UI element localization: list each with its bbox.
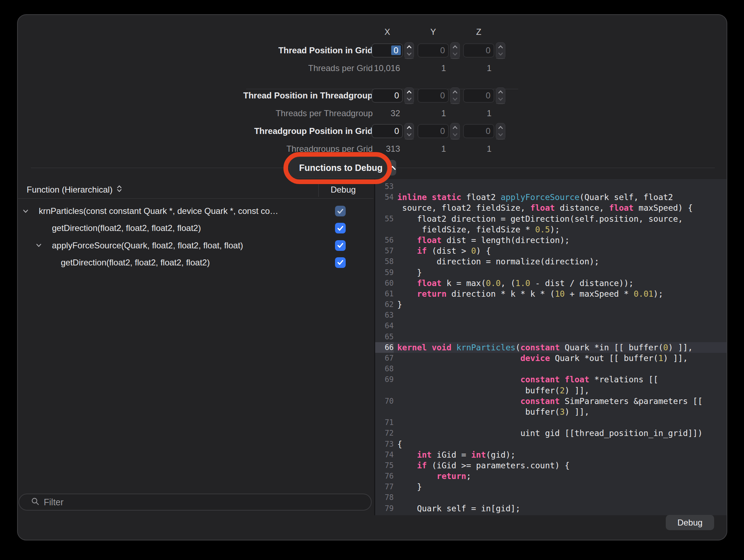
stepper-down-icon[interactable] xyxy=(451,50,459,59)
function-label: krnParticles(const constant Quark *, dev… xyxy=(39,203,278,220)
threadgroup-position-in-grid-y-input[interactable]: 0 xyxy=(418,124,449,138)
stepper-down-icon[interactable] xyxy=(405,50,414,59)
stepper-up-icon[interactable] xyxy=(451,88,459,96)
function-tree-row[interactable]: applyForceSource(Quark, float2, float2, … xyxy=(18,237,373,254)
stepper-down-icon[interactable] xyxy=(405,131,414,139)
stepper-up-icon[interactable] xyxy=(451,43,459,50)
form-row-threads-per-threadgroup: Threads per Threadgroup3211 xyxy=(18,106,727,120)
debug-checkbox[interactable] xyxy=(335,240,346,251)
code-line: 66kernel void krnParticles(constant Quar… xyxy=(375,342,727,353)
threadgroup-position-in-grid-y-stepper[interactable] xyxy=(450,123,460,140)
line-number: 58 xyxy=(375,256,394,267)
function-column-header[interactable]: Function (Hierarchical) xyxy=(27,183,122,196)
line-number: 79 xyxy=(375,503,394,514)
stepper-down-icon[interactable] xyxy=(451,96,459,104)
disclosure-triangle-icon[interactable] xyxy=(36,237,42,254)
threadgroup-position-in-grid-z-input[interactable]: 0 xyxy=(463,124,494,138)
code-editor[interactable]: 5354inline static float2 applyForceSourc… xyxy=(374,179,727,515)
code-text: fieldSize, fieldSize * 0.5); xyxy=(397,224,560,235)
function-tree-row[interactable]: getDirection(float2, float2, float2, flo… xyxy=(18,220,373,237)
threads-per-threadgroup-z-value: 1 xyxy=(463,106,494,120)
code-text: constant SimParameters &parameters [[ xyxy=(397,396,703,406)
threads-per-threadgroup-y-value: 1 xyxy=(418,106,449,120)
code-line: 71 xyxy=(375,417,727,428)
stepper-up-icon[interactable] xyxy=(496,88,505,96)
line-number: 53 xyxy=(375,181,394,192)
threadgroup-position-in-grid-x-stepper[interactable] xyxy=(404,123,414,140)
thread-position-in-grid-x-input[interactable]: 0 xyxy=(372,43,403,58)
code-text: { xyxy=(397,439,402,449)
line-number: 62 xyxy=(375,299,394,310)
thread-position-in-threadgroup-y-stepper[interactable] xyxy=(450,87,460,104)
stepper-down-icon[interactable] xyxy=(496,50,505,59)
code-line: 56 float dist = length(direction); xyxy=(375,235,727,246)
threadgroup-position-in-grid-x-input[interactable]: 0 xyxy=(372,124,403,138)
filter-field[interactable]: Filter xyxy=(18,494,372,511)
form-label: Threads per Grid xyxy=(308,61,373,75)
debug-checkbox[interactable] xyxy=(335,206,346,216)
stepper-up-icon[interactable] xyxy=(496,123,505,131)
code-line: 68 xyxy=(375,364,727,374)
threads-per-grid-x-value: 10,016 xyxy=(372,61,403,75)
form-row-threadgroups-per-grid: Threadgroups per Grid31311 xyxy=(18,142,727,156)
line-number: 55 xyxy=(375,214,394,224)
code-text: Quark self = in[gid]; xyxy=(397,503,520,514)
code-line: 72 uint gid [[thread_position_in_grid]]) xyxy=(375,428,727,438)
stepper-down-icon[interactable] xyxy=(496,131,505,139)
code-text: source, float2 fieldSize, float distance… xyxy=(397,203,693,213)
thread-position-in-threadgroup-x-input[interactable]: 0 xyxy=(372,88,403,103)
functions-to-debug-disclosure[interactable]: Functions to Debug xyxy=(289,157,387,178)
debug-checkbox[interactable] xyxy=(335,257,346,268)
code-line: 63 xyxy=(375,310,727,321)
form-label: Threads per Threadgroup xyxy=(276,106,373,120)
line-number: 70 xyxy=(375,396,394,406)
thread-position-in-threadgroup-y-input[interactable]: 0 xyxy=(418,88,449,103)
thread-position-in-threadgroup-x-stepper[interactable] xyxy=(404,87,414,104)
stepper-up-icon[interactable] xyxy=(405,43,414,50)
stepper-up-icon[interactable] xyxy=(405,88,414,96)
thread-position-in-grid-y-input[interactable]: 0 xyxy=(418,43,449,58)
debug-checkbox[interactable] xyxy=(335,223,346,233)
code-text: return; xyxy=(397,471,471,481)
functions-to-debug-label: Functions to Debug xyxy=(299,163,383,173)
table-header-underline xyxy=(18,198,373,199)
line-number: 57 xyxy=(375,246,394,256)
stepper-up-icon[interactable] xyxy=(451,123,459,131)
axis-header-y: Y xyxy=(418,27,449,37)
code-text: device Quark *out [[ buffer(1) ]], xyxy=(397,353,688,364)
function-tree-row[interactable]: getDirection(float2, float2, float2, flo… xyxy=(18,254,373,271)
thread-position-in-grid-x-stepper[interactable] xyxy=(404,42,414,59)
threadgroups-per-grid-y-value: 1 xyxy=(418,142,449,156)
code-line: 69 constant float *relations [[ xyxy=(375,374,727,385)
code-line: 54inline static float2 applyForceSource(… xyxy=(375,192,727,203)
line-number: 63 xyxy=(375,310,394,321)
stepper-down-icon[interactable] xyxy=(496,96,505,104)
code-line: 65 xyxy=(375,332,727,342)
stepper-down-icon[interactable] xyxy=(405,96,414,104)
thread-position-in-grid-y-stepper[interactable] xyxy=(450,42,460,59)
line-number xyxy=(375,385,394,396)
thread-position-in-grid-z-input[interactable]: 0 xyxy=(463,43,494,58)
code-text: if (iGid >= parameters.count) { xyxy=(397,460,570,471)
thread-position-in-grid-z-stepper[interactable] xyxy=(496,42,505,59)
line-number: 74 xyxy=(375,449,394,460)
stepper-up-icon[interactable] xyxy=(496,43,505,50)
thread-position-in-threadgroup-z-input[interactable]: 0 xyxy=(463,88,494,103)
threadgroup-position-in-grid-z-stepper[interactable] xyxy=(496,123,505,140)
function-label: applyForceSource(Quark, float2, float2, … xyxy=(52,237,243,254)
stepper-down-icon[interactable] xyxy=(451,131,459,139)
code-line: 58 direction = normalize(direction); xyxy=(375,256,727,267)
code-line: source, float2 fieldSize, float distance… xyxy=(375,203,727,213)
code-line: 73{ xyxy=(375,439,727,449)
debug-button[interactable]: Debug xyxy=(666,515,714,530)
function-tree-row[interactable]: krnParticles(const constant Quark *, dev… xyxy=(18,203,373,220)
line-number: 64 xyxy=(375,321,394,331)
code-text: float2 direction = getDirection(self.pos… xyxy=(397,214,683,224)
disclosure-triangle-icon[interactable] xyxy=(23,203,28,220)
thread-position-in-threadgroup-z-stepper[interactable] xyxy=(496,87,505,104)
code-line: 79 Quark self = in[gid]; xyxy=(375,503,727,514)
line-number: 54 xyxy=(375,192,394,203)
chevron-up-icon[interactable] xyxy=(388,160,396,176)
stepper-up-icon[interactable] xyxy=(405,123,414,131)
line-number: 67 xyxy=(375,353,394,364)
